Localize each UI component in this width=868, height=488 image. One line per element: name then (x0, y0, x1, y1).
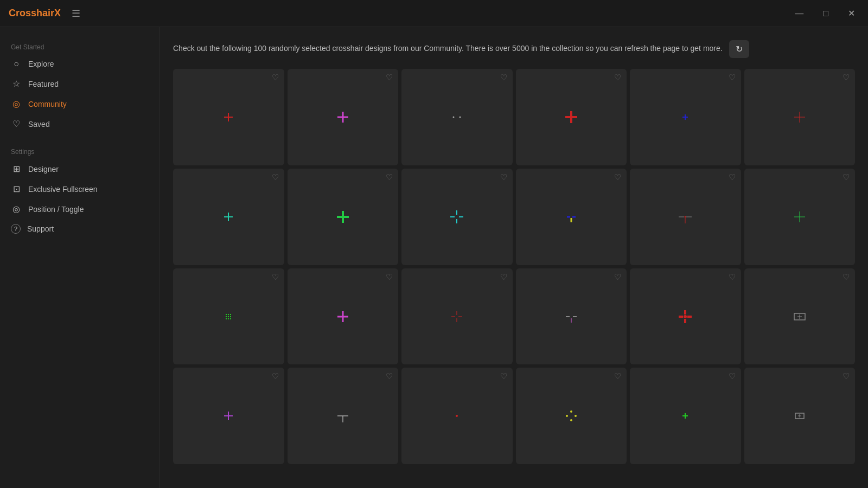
titlebar-controls: — □ ✕ (790, 6, 859, 21)
sidebar-item-saved[interactable]: ♡ Saved (0, 114, 159, 134)
crosshair-card-22[interactable]: ♡ (630, 368, 741, 464)
heart-button[interactable]: ♡ (500, 73, 507, 81)
heart-button[interactable]: ♡ (843, 173, 850, 181)
intro-text: Check out the following 100 randomly sel… (173, 40, 770, 58)
svg-point-70 (570, 410, 572, 413)
crosshair-display (669, 300, 701, 333)
heart-button[interactable]: ♡ (614, 273, 621, 281)
heart-button[interactable]: ♡ (729, 372, 736, 380)
heart-button[interactable]: ♡ (386, 73, 393, 81)
sidebar-item-support[interactable]: ? Support (0, 219, 159, 239)
heart-button[interactable]: ♡ (843, 372, 850, 380)
heart-button[interactable]: ♡ (843, 273, 850, 281)
svg-rect-57 (679, 316, 683, 318)
crosshair-display (327, 300, 359, 333)
crosshair-card-17[interactable]: ♡ (744, 268, 856, 365)
crosshair-card-15[interactable]: ♡ (516, 268, 627, 365)
svg-point-59 (684, 315, 687, 318)
heart-button[interactable]: ♡ (500, 273, 507, 281)
crosshair-card-0[interactable]: ♡ (173, 69, 284, 165)
crosshair-card-12[interactable]: ♡ (173, 268, 284, 365)
heart-button[interactable]: ♡ (272, 173, 279, 181)
crosshair-card-7[interactable]: ♡ (288, 169, 399, 265)
sidebar: Get Started ○ Explore ☆ Featured ◎ Commu… (0, 27, 160, 488)
svg-rect-56 (684, 319, 686, 323)
crosshair-card-6[interactable]: ♡ (173, 169, 284, 265)
exclusive-icon: ⊡ (11, 184, 22, 194)
svg-point-71 (570, 419, 572, 421)
crosshair-card-14[interactable]: ♡ (401, 268, 513, 365)
crosshair-card-3[interactable]: ♡ (516, 69, 627, 165)
heart-button[interactable]: ♡ (729, 273, 736, 281)
heart-button[interactable]: ♡ (614, 73, 621, 81)
refresh-button[interactable]: ↻ (729, 40, 749, 58)
heart-button[interactable]: ♡ (272, 273, 279, 281)
sidebar-item-exclusive[interactable]: ⊡ Exclusive Fullscreen (0, 179, 159, 199)
heart-button[interactable]: ♡ (614, 372, 621, 380)
svg-rect-51 (457, 318, 457, 322)
crosshair-card-19[interactable]: ♡ (288, 368, 399, 464)
svg-rect-53 (573, 316, 577, 317)
minimize-button[interactable]: — (790, 7, 808, 21)
crosshair-card-8[interactable]: ♡ (401, 169, 513, 265)
heart-button[interactable]: ♡ (729, 73, 736, 81)
svg-rect-3 (337, 116, 348, 118)
svg-rect-26 (450, 216, 455, 217)
sidebar-item-designer[interactable]: ⊞ Designer (0, 159, 159, 179)
crosshair-card-16[interactable]: ♡ (630, 268, 741, 365)
crosshair-card-1[interactable]: ♡ (288, 69, 399, 165)
sidebar-item-position-label: Position / Toggle (28, 205, 84, 214)
sidebar-item-designer-label: Designer (28, 165, 59, 174)
heart-button[interactable]: ♡ (386, 173, 393, 181)
sidebar-item-saved-label: Saved (28, 120, 50, 129)
crosshair-display (212, 201, 245, 233)
get-started-label: Get Started (0, 38, 159, 54)
heart-button[interactable]: ♡ (386, 372, 393, 380)
svg-rect-43 (230, 314, 231, 315)
heart-button[interactable]: ♡ (614, 173, 621, 181)
crosshair-card-2[interactable]: ♡ (401, 69, 513, 165)
heart-button[interactable]: ♡ (386, 273, 393, 281)
crosshair-card-18[interactable]: ♡ (173, 368, 284, 464)
crosshair-card-5[interactable]: ♡ (744, 69, 856, 165)
svg-rect-25 (456, 219, 457, 223)
crosshair-display (555, 400, 588, 432)
svg-rect-40 (228, 314, 229, 315)
svg-rect-1 (224, 117, 233, 118)
sidebar-item-explore[interactable]: ○ Explore (0, 54, 159, 74)
crosshair-display (327, 201, 359, 233)
crosshair-card-21[interactable]: ♡ (516, 368, 627, 464)
crosshair-card-9[interactable]: ♡ (516, 169, 627, 265)
sidebar-item-position[interactable]: ◎ Position / Toggle (0, 199, 159, 219)
crosshair-card-4[interactable]: ♡ (630, 69, 741, 165)
crosshair-card-13[interactable]: ♡ (288, 268, 399, 365)
crosshair-display (783, 400, 816, 432)
svg-point-5 (459, 116, 461, 118)
crosshair-card-11[interactable]: ♡ (744, 169, 856, 265)
position-icon: ◎ (11, 204, 22, 214)
svg-rect-58 (687, 316, 692, 318)
svg-rect-19 (794, 117, 805, 117)
crosshair-card-10[interactable]: ♡ (630, 169, 741, 265)
maximize-button[interactable]: □ (819, 7, 833, 21)
heart-button[interactable]: ♡ (729, 173, 736, 181)
sidebar-item-exclusive-label: Exclusive Fullscreen (28, 185, 98, 194)
heart-button[interactable]: ♡ (500, 372, 507, 380)
sidebar-item-community[interactable]: ◎ Community (0, 94, 159, 114)
sidebar-item-community-label: Community (28, 100, 67, 108)
close-button[interactable]: ✕ (844, 6, 859, 21)
heart-button[interactable]: ♡ (272, 372, 279, 380)
sidebar-item-featured[interactable]: ☆ Featured (0, 74, 159, 94)
heart-button[interactable]: ♡ (843, 73, 850, 81)
crosshair-card-20[interactable]: ♡ (401, 368, 513, 464)
heart-button[interactable]: ♡ (500, 173, 507, 181)
menu-icon[interactable]: ☰ (72, 8, 80, 20)
svg-point-67 (456, 415, 458, 417)
svg-rect-41 (228, 316, 229, 317)
crosshair-display (212, 101, 245, 133)
svg-rect-16 (687, 117, 688, 118)
heart-button[interactable]: ♡ (272, 73, 279, 81)
crosshair-card-23[interactable]: ♡ (744, 368, 856, 464)
svg-rect-7 (565, 116, 577, 118)
svg-rect-31 (679, 216, 684, 217)
